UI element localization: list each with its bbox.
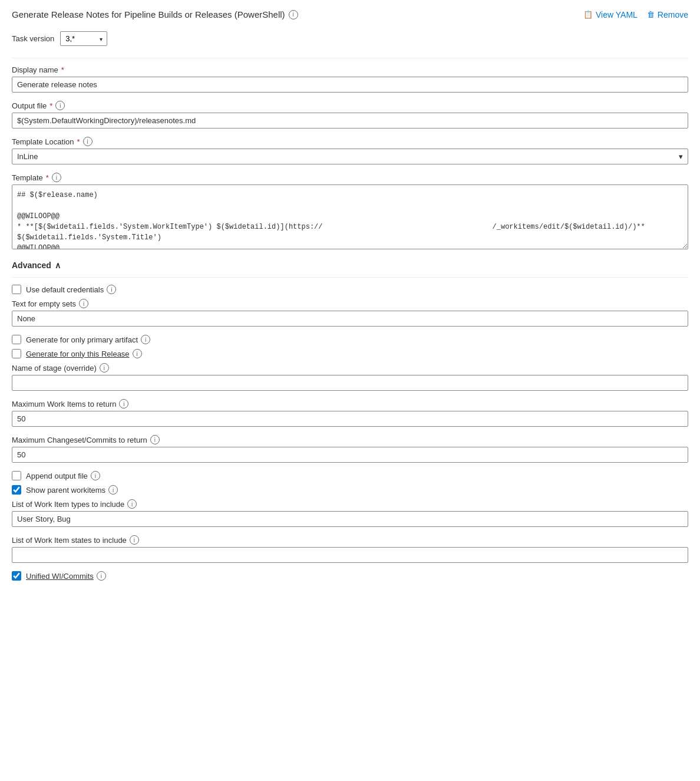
- generate-this-release-row: Generate for only this Release i: [12, 349, 688, 358]
- max-work-items-input[interactable]: [12, 411, 688, 427]
- display-name-input[interactable]: [12, 77, 688, 93]
- display-name-label: Display name *: [12, 65, 688, 74]
- max-work-items-label: Maximum Work Items to return i: [12, 399, 688, 408]
- append-output-file-label-text: Append output file: [26, 472, 88, 480]
- output-file-label: Output file * i: [12, 101, 688, 110]
- list-work-item-states-label-text: List of Work Item states to include: [12, 536, 127, 545]
- template-location-section: Template Location * i InLine ▾: [12, 137, 688, 164]
- text-for-empty-sets-section: Text for empty sets i: [12, 299, 688, 327]
- list-work-item-types-label: List of Work Item types to include i: [12, 499, 688, 509]
- max-changesets-label: Maximum Changeset/Commits to return i: [12, 435, 688, 444]
- template-info-icon[interactable]: i: [52, 173, 61, 182]
- unified-wi-info-icon[interactable]: i: [97, 571, 106, 581]
- generate-primary-artifact-checkbox[interactable]: [12, 335, 21, 344]
- list-work-item-types-label-text: List of Work Item types to include: [12, 500, 124, 509]
- page-title: Generate Release Notes for Pipeline Buil…: [12, 9, 298, 19]
- task-version-label: Task version: [12, 34, 54, 43]
- generate-this-release-label: Generate for only this Release i: [26, 349, 142, 358]
- append-output-file-row: Append output file i: [12, 471, 688, 480]
- max-changesets-label-text: Maximum Changeset/Commits to return: [12, 436, 147, 444]
- text-for-empty-sets-label: Text for empty sets i: [12, 299, 688, 308]
- show-parent-workitems-checkbox[interactable]: [12, 485, 21, 495]
- show-parent-workitems-row: Show parent workitems i: [12, 485, 688, 495]
- template-required: *: [46, 173, 49, 182]
- append-output-file-label: Append output file i: [26, 471, 100, 480]
- display-name-section: Display name *: [12, 65, 688, 93]
- template-location-dropdown[interactable]: InLine ▾: [12, 149, 688, 164]
- template-location-chevron: ▾: [679, 152, 683, 161]
- use-default-credentials-checkbox[interactable]: [12, 285, 21, 294]
- template-section: Template * i ## $($release.name) @@WILOO…: [12, 173, 688, 251]
- output-file-required: *: [49, 101, 52, 110]
- max-work-items-info-icon[interactable]: i: [119, 399, 128, 408]
- template-location-info-icon[interactable]: i: [83, 137, 93, 146]
- name-of-stage-input[interactable]: [12, 375, 688, 391]
- use-default-credentials-row: Use default credentials i: [12, 285, 688, 294]
- task-version-select[interactable]: 3,* 2,* 1,*: [60, 31, 107, 46]
- template-location-label: Template Location * i: [12, 137, 688, 146]
- list-work-item-types-input[interactable]: [12, 511, 688, 527]
- list-work-item-states-info-icon[interactable]: i: [130, 535, 139, 545]
- name-of-stage-section: Name of stage (override) i: [12, 363, 688, 391]
- advanced-label: Advanced: [12, 261, 51, 270]
- list-work-item-types-section: List of Work Item types to include i: [12, 499, 688, 527]
- template-location-value: InLine: [17, 152, 38, 161]
- text-for-empty-sets-info-icon[interactable]: i: [79, 299, 88, 308]
- output-file-input[interactable]: [12, 113, 688, 128]
- list-work-item-types-info-icon[interactable]: i: [127, 499, 137, 509]
- remove-button[interactable]: 🗑 Remove: [647, 10, 688, 19]
- show-parent-workitems-label: Show parent workitems i: [26, 485, 118, 495]
- view-yaml-label: View YAML: [596, 10, 638, 19]
- gen-release-info-icon[interactable]: i: [133, 349, 142, 358]
- task-version-row: Task version 3,* 2,* 1,* ▾: [12, 31, 688, 46]
- display-name-label-text: Display name: [12, 65, 58, 74]
- remove-icon: 🗑: [647, 10, 655, 19]
- view-yaml-button[interactable]: 📋 View YAML: [583, 10, 638, 19]
- template-label: Template * i: [12, 173, 688, 182]
- text-for-empty-sets-input[interactable]: [12, 311, 688, 327]
- name-of-stage-label: Name of stage (override) i: [12, 363, 688, 373]
- display-name-required: *: [61, 65, 64, 74]
- output-file-section: Output file * i: [12, 101, 688, 128]
- list-work-item-states-input[interactable]: [12, 547, 688, 563]
- show-parent-info-icon[interactable]: i: [108, 485, 118, 495]
- output-file-info-icon[interactable]: i: [55, 101, 65, 110]
- unified-wi-commits-checkbox[interactable]: [12, 571, 21, 581]
- generate-primary-artifact-row: Generate for only primary artifact i: [12, 335, 688, 344]
- template-location-label-text: Template Location: [12, 137, 74, 146]
- append-output-info-icon[interactable]: i: [91, 471, 100, 480]
- gen-primary-info-icon[interactable]: i: [141, 335, 150, 344]
- title-info-icon[interactable]: i: [289, 10, 298, 19]
- use-default-credentials-label-text: Use default credentials: [26, 285, 104, 294]
- template-location-required: *: [77, 137, 80, 146]
- max-changesets-input[interactable]: [12, 447, 688, 463]
- output-file-label-text: Output file: [12, 101, 47, 110]
- text-for-empty-sets-label-text: Text for empty sets: [12, 299, 76, 308]
- remove-label: Remove: [658, 10, 688, 19]
- show-parent-workitems-label-text: Show parent workitems: [26, 486, 105, 495]
- list-work-item-states-label: List of Work Item states to include i: [12, 535, 688, 545]
- use-default-creds-info-icon[interactable]: i: [107, 285, 116, 294]
- generate-primary-artifact-label-text: Generate for only primary artifact: [26, 335, 138, 344]
- use-default-credentials-label: Use default credentials i: [26, 285, 116, 294]
- list-work-item-states-section: List of Work Item states to include i: [12, 535, 688, 563]
- template-label-text: Template: [12, 173, 43, 182]
- page-title-text: Generate Release Notes for Pipeline Buil…: [12, 9, 285, 19]
- template-textarea[interactable]: ## $($release.name) @@WILOOP@@ * **[$($w…: [12, 184, 688, 249]
- unified-wi-commits-label-text: Unified WI/Commits: [26, 572, 94, 581]
- max-changesets-info-icon[interactable]: i: [150, 435, 160, 444]
- advanced-section-header[interactable]: Advanced ∧: [12, 261, 688, 270]
- generate-this-release-checkbox[interactable]: [12, 349, 21, 358]
- name-of-stage-info-icon[interactable]: i: [100, 363, 109, 373]
- divider-2: [12, 277, 688, 278]
- max-work-items-label-text: Maximum Work Items to return: [12, 400, 116, 408]
- header-actions: 📋 View YAML 🗑 Remove: [583, 10, 688, 19]
- generate-this-release-label-text: Generate for only this Release: [26, 350, 130, 358]
- append-output-file-checkbox[interactable]: [12, 471, 21, 480]
- max-work-items-section: Maximum Work Items to return i: [12, 399, 688, 427]
- yaml-icon: 📋: [583, 10, 593, 19]
- advanced-chevron-up-icon: ∧: [55, 261, 61, 270]
- max-changesets-section: Maximum Changeset/Commits to return i: [12, 435, 688, 463]
- unified-wi-commits-row: Unified WI/Commits i: [12, 571, 688, 581]
- name-of-stage-label-text: Name of stage (override): [12, 364, 97, 373]
